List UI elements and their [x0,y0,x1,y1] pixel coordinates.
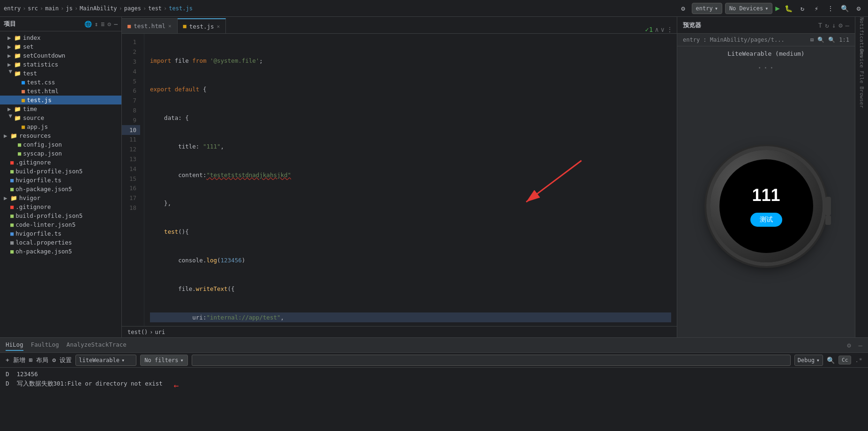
sidebar-sort-icon[interactable]: ↕ [95,21,98,28]
debug-dropdown[interactable]: Debug ▾ [794,355,823,366]
tree-item-buildprofile1[interactable]: ■ build-profile.json5 [0,167,121,176]
tree-item-testhtml[interactable]: ■ test.html [0,87,121,96]
right-tab-device-file-browser[interactable]: Device File Browser [857,60,867,97]
preview-zoom-in-icon[interactable]: 🔍 [828,37,835,43]
watch-container: 111 测试 [677,74,855,337]
tree-item-ohpackage2[interactable]: ■ oh-package.json5 [0,247,121,256]
code-content[interactable]: import file from '@system.file'; export … [144,34,677,326]
more-icon[interactable]: ⋮ [825,3,836,14]
device-dropdown[interactable]: No Devices ▾ [725,3,772,14]
tree-item-configjson[interactable]: ■ config.json [0,140,121,149]
tree-item-source[interactable]: ▶ 📁 source [0,113,121,122]
bottom-panel: HiLog FaultLog AnalyzeStackTrace ⚙ — + 新… [0,337,868,431]
preview-zoom-out-icon[interactable]: 🔍 [817,37,824,43]
breadcrumb-uri: uri [155,329,165,335]
sidebar-collapse-icon[interactable]: — [114,21,118,28]
tree-item-testcss[interactable]: ■ test.css [0,78,121,87]
preview-grid-icon[interactable]: ⊞ [810,37,814,43]
tab-testjs[interactable]: ■ test.js ✕ [178,18,226,33]
search-input[interactable] [192,355,791,366]
code-line-1: import file from '@system.file'; [150,56,671,66]
tree-item-hvigorfile1[interactable]: ■ hvigorfile.ts [0,176,121,185]
tree-item-statistics[interactable]: ▶ 📁 statistics [0,60,121,69]
debug-icon[interactable]: 🐛 [783,3,794,14]
tree-item-testjs[interactable]: ■ test.js [0,96,121,104]
entry-dropdown[interactable]: entry ▾ [692,3,722,14]
tab-faultlog[interactable]: FaultLog [31,339,59,351]
tree-item-buildprofile2[interactable]: ■ build-profile.json5 [0,211,121,220]
device-label: No Devices [729,5,763,12]
sidebar-globe-icon[interactable]: 🌐 [84,21,92,28]
bottom-tabs: HiLog FaultLog AnalyzeStackTrace ⚙ — [0,338,868,353]
cc-button[interactable]: Cc [838,356,851,364]
watch-test-button[interactable]: 测试 [750,213,782,227]
tree-item-syscapjson[interactable]: ■ syscap.json [0,149,121,158]
tab-testhtml-label: test.html [134,22,165,30]
project-label: 项目 [4,20,16,28]
bottom-panel-close[interactable]: — [859,342,862,349]
preview-sync-icon[interactable]: ↻ [825,22,829,29]
bc-pages: pages [124,5,141,12]
filter-dropdown[interactable]: No filters ▾ [140,355,187,366]
tree-item-ohpackage1[interactable]: ■ oh-package.json5 [0,185,121,193]
sidebar-filter-icon[interactable]: ≡ [101,21,105,28]
dropdown-arrow2: ▾ [765,5,768,12]
preview-close-icon[interactable]: — [846,22,849,29]
build-icon[interactable]: ⚡ [811,3,822,14]
top-bar: entry › src › main › js › MainAbility › … [0,0,868,17]
sidebar-settings-icon[interactable]: ⚙ [107,21,111,28]
layout-icon[interactable]: ⊞ [29,357,33,364]
code-line-5: content:"testetststdnadjkahsjkd" [150,170,671,180]
gear-icon[interactable]: ⚙ [853,3,864,14]
code-editor[interactable]: 1 2 3 4 5 6 7 8 9 10 11 12 13 14 15 16 1… [122,34,677,326]
tree-item-resources[interactable]: ▶ 📁 resources [0,131,121,140]
sidebar: 项目 🌐 ↕ ≡ ⚙ — ▶ 📁 index ▶ 📁 set [0,17,122,337]
close-testhtml[interactable]: ✕ [168,23,172,29]
tree-item-test[interactable]: ▶ 📁 test [0,69,121,78]
line-numbers: 1 2 3 4 5 6 7 8 9 10 11 12 13 14 15 16 1… [122,34,144,326]
sync-icon[interactable]: ↻ [797,3,808,14]
tree-item-set[interactable]: ▶ 📁 set [0,42,121,51]
settings-label: 设置 [60,356,72,364]
tab-more-icon[interactable]: ⋮ [666,26,673,33]
tab-testhtml[interactable]: ■ test.html ✕ [122,18,178,33]
search-icon2[interactable]: 🔍 [827,357,835,364]
litewearable-dropdown[interactable]: liteWearable ▾ [75,355,136,366]
tree-item-localprops[interactable]: ■ local.properties [0,238,121,247]
tab-js-icon: ■ [183,23,187,30]
run-button[interactable]: ▶ [775,4,780,13]
add-button[interactable]: + 新增 [6,356,25,364]
bottom-panel-settings[interactable]: ⚙ [847,342,851,349]
tree-item-hvigorfile2[interactable]: ■ hvigorfile.ts [0,229,121,238]
preview-icons: T ↻ ↓ ⚙ — [818,22,849,29]
bottom-controls: + 新增 ⊞ 布局 ⚙ 设置 liteWearable ▾ No filters… [0,353,868,368]
layout-label: 布局 [36,356,48,364]
tree-item-codelinter[interactable]: ■ code-linter.json5 [0,220,121,229]
preview-download-icon[interactable]: ↓ [832,22,836,29]
search-icon[interactable]: 🔍 [839,3,850,14]
watch-screen: 111 测试 [719,159,813,253]
tree-item-setcountdown[interactable]: ▶ 📁 setCountdown [0,51,121,60]
tree-item-appjs[interactable]: ■ app.js [0,122,121,131]
editor-tabs: ■ test.html ✕ ■ test.js ✕ ✓1 ∧ ∨ ⋮ [122,17,677,34]
expand-icon[interactable]: ∧ [655,26,658,33]
preview-refresh-icon[interactable]: T [818,22,822,29]
settings-gear-icon[interactable]: ⚙ [52,357,56,364]
regex-icon[interactable]: .* [855,357,862,364]
tab-hilog[interactable]: HiLog [6,339,23,351]
preview-settings-icon[interactable]: ⚙ [838,22,842,29]
tree-item-gitignore2[interactable]: ■ .gitignore [0,202,121,211]
tab-analyzestacktrace[interactable]: AnalyzeStackTrace [67,339,127,351]
bc-test: test [148,5,162,12]
tree-item-time[interactable]: ▶ 📁 time [0,104,121,113]
collapse-icon[interactable]: ∨ [661,26,665,33]
watch-number: 111 [752,186,780,205]
tree-item-hvigor[interactable]: ▶ 📁 hvigor [0,193,121,202]
tree-item-gitignore1[interactable]: ■ .gitignore [0,158,121,167]
tree-item-index[interactable]: ▶ 📁 index [0,33,121,42]
settings-icon[interactable]: ⚙ [678,3,689,14]
close-testjs[interactable]: ✕ [217,23,220,30]
code-line-10: uri:"internal://app/test", [150,312,671,322]
watch-crown [825,197,831,216]
preview-path: entry : MainAbility/pages/t... ⊞ 🔍 🔍 1:1 [677,34,855,46]
